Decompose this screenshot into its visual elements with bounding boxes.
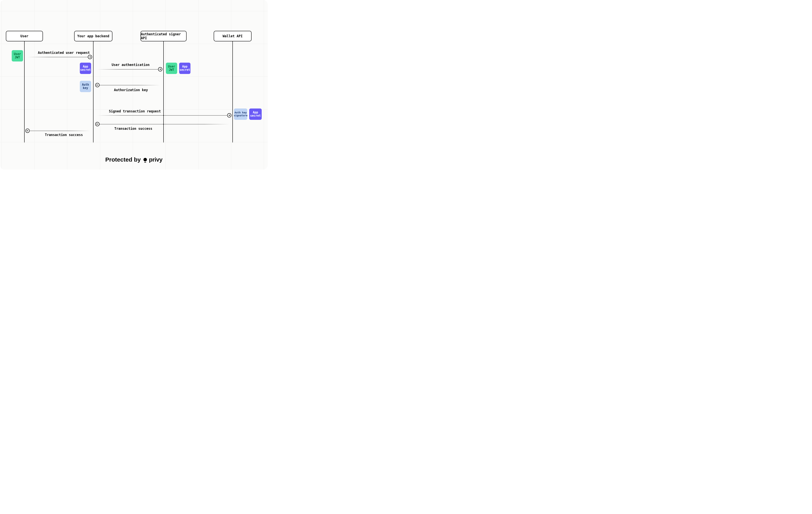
participant-wallet: Wallet API xyxy=(214,31,252,41)
privy-logo-wordmark: privy xyxy=(149,156,162,163)
msg-tx-success-2-label: Transaction success xyxy=(45,133,83,137)
participant-signer: Authenticated signer API xyxy=(141,31,186,41)
sequence-diagram: User Your app backend Authenticated sign… xyxy=(0,0,268,170)
arrow-right-icon xyxy=(228,114,231,117)
msg-signed-tx-label: Signed transaction request xyxy=(109,109,161,113)
arrow-right-icon xyxy=(89,56,91,58)
token-app-secret-1: Appsecret xyxy=(80,63,91,74)
msg-auth-user-request-label: Authenticated user request xyxy=(38,51,90,55)
lifeline-backend xyxy=(93,41,93,142)
arrow-left-icon xyxy=(26,130,29,132)
footer-text: Protected by xyxy=(106,156,141,163)
lifeline-user xyxy=(24,41,25,142)
privy-logo-icon xyxy=(143,158,147,161)
privy-logo: privy xyxy=(143,156,162,163)
participant-user: User xyxy=(6,31,43,41)
lifeline-signer xyxy=(163,41,164,142)
token-auth-key: Authkey xyxy=(80,81,91,92)
token-app-secret-3: Appsecret xyxy=(249,109,262,120)
msg-tx-success-1-label: Transaction success xyxy=(114,127,152,131)
token-auth-key-sig: Auth keysignature xyxy=(234,109,247,120)
msg-auth-key-label: Authorization key xyxy=(114,88,148,92)
arrow-right-icon xyxy=(159,68,162,70)
lifeline-wallet xyxy=(232,41,233,142)
participant-backend: Your app backend xyxy=(74,31,112,41)
arrow-left-icon xyxy=(96,84,99,86)
footer: Protected by privy xyxy=(0,156,268,163)
arrow-left-icon xyxy=(96,123,99,125)
msg-user-auth-label: User authentication xyxy=(112,63,149,67)
token-user-jwt-2: UserJWT xyxy=(166,63,177,74)
token-app-secret-2: Appsecret xyxy=(179,63,191,74)
token-user-jwt-1: UserJWT xyxy=(12,50,23,61)
